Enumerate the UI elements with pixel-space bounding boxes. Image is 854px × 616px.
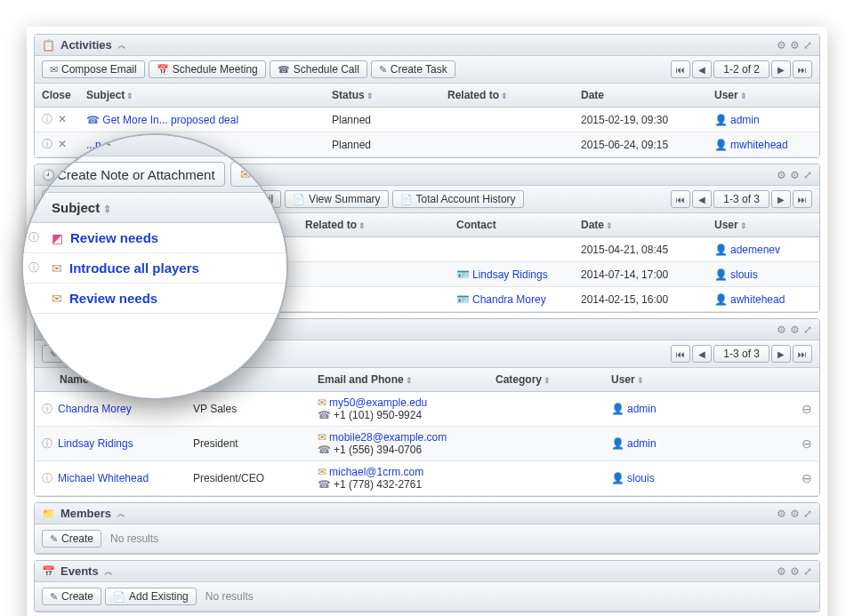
pager-prev-button[interactable]: ◀ <box>692 60 712 78</box>
col-date[interactable]: Date <box>581 89 714 101</box>
col-close[interactable]: Close <box>42 89 86 101</box>
gear-icon[interactable]: ⚙ <box>777 324 786 336</box>
info-icon[interactable]: ⓘ <box>42 113 52 125</box>
user-link[interactable]: slouis <box>627 472 655 484</box>
expand-icon[interactable]: ⤢ <box>803 565 812 578</box>
expand-icon[interactable]: ⤢ <box>803 324 812 336</box>
folder-icon: 📁 <box>42 508 55 520</box>
contacts-pager: ⏮ ◀ 1-3 of 3 ▶ ⏭ <box>671 345 812 363</box>
close-icon[interactable]: ✕ <box>58 138 67 150</box>
col-related[interactable]: Related to⇕ <box>305 219 456 231</box>
pager-last-button[interactable]: ⏭ <box>793 345 812 363</box>
status-cell: Planned <box>332 139 447 151</box>
name-link[interactable]: Michael Whitehead <box>58 472 149 484</box>
table-row: ⓘMichael Whitehead President/CEO ✉michae… <box>35 461 819 496</box>
user-link[interactable]: admin <box>730 114 760 126</box>
gear-icon[interactable]: ⚙ <box>777 169 786 181</box>
create-task-button[interactable]: ✎Create Task <box>371 60 455 78</box>
col-date[interactable]: Date⇕ <box>581 219 714 231</box>
expand-icon[interactable]: ⤢ <box>803 508 812 520</box>
gears-icon[interactable]: ⚙ <box>790 324 800 336</box>
schedule-call-button[interactable]: ☎Schedule Call <box>270 60 367 78</box>
gear-icon[interactable]: ⚙ <box>777 565 786 578</box>
pager-range: 1-3 of 3 <box>713 190 769 208</box>
user-link[interactable]: slouis <box>730 268 758 281</box>
user-link[interactable]: mwhitehead <box>730 139 788 151</box>
email-link[interactable]: mobile28@example.com <box>329 431 447 444</box>
col-status[interactable]: Status⇕ <box>332 89 447 101</box>
name-link[interactable]: Chandra Morey <box>58 403 132 415</box>
pager-last-button[interactable]: ⏭ <box>793 190 812 208</box>
collapse-icon[interactable]: ︽ <box>117 508 125 520</box>
pager-next-button[interactable]: ▶ <box>771 190 791 208</box>
collapse-icon[interactable]: ︽ <box>117 39 126 52</box>
lens-subject-link[interactable]: Introduce all players <box>69 260 199 276</box>
user-icon: 👤 <box>714 139 728 151</box>
col-related[interactable]: Related to⇕ <box>447 89 581 101</box>
user-link[interactable]: admin <box>627 403 657 415</box>
info-icon[interactable]: ⓘ <box>28 260 39 276</box>
add-existing-button[interactable]: 📄Add Existing <box>105 588 197 605</box>
pager-range: 1-3 of 3 <box>713 345 769 363</box>
info-icon[interactable]: ⓘ <box>42 472 52 484</box>
create-button[interactable]: ✎Create <box>42 588 101 605</box>
contact-icon: 🪪 <box>456 268 470 281</box>
email-link[interactable]: michael@1crm.com <box>329 466 423 478</box>
pager-next-button[interactable]: ▶ <box>771 60 791 78</box>
pager-prev-button[interactable]: ◀ <box>692 190 712 208</box>
gears-icon[interactable]: ⚙ <box>790 169 800 181</box>
pager-last-button[interactable]: ⏭ <box>793 60 812 78</box>
contact-link[interactable]: Lindsay Ridings <box>472 268 548 281</box>
title-cell: VP Sales <box>193 403 318 415</box>
contact-link[interactable]: Chandra Morey <box>472 293 546 306</box>
mail-icon: ✉ <box>318 466 326 478</box>
user-link[interactable]: awhitehead <box>730 293 785 306</box>
pager-first-button[interactable]: ⏮ <box>671 345 690 363</box>
doc-icon: 📄 <box>113 591 125 603</box>
col-email-phone[interactable]: Email and Phone⇕ <box>318 373 495 386</box>
user-link[interactable]: admin <box>627 437 657 450</box>
schedule-meeting-button[interactable]: 📅Schedule Meeting <box>149 60 266 78</box>
gears-icon[interactable]: ⚙ <box>790 39 800 52</box>
lens-subject-link[interactable]: Review needs <box>69 291 157 306</box>
info-icon[interactable]: ⓘ <box>42 403 52 415</box>
events-panel: 📅 Events ︽ ⚙⚙⤢ ✎Create 📄Add Existing No … <box>34 560 820 612</box>
remove-icon[interactable]: ⊖ <box>802 471 812 485</box>
lens-subject-link[interactable]: Review needs <box>70 230 158 245</box>
col-category[interactable]: Category⇕ <box>495 373 611 386</box>
remove-icon[interactable]: ⊖ <box>802 436 812 451</box>
col-user[interactable]: User⇕ <box>714 89 812 101</box>
user-link[interactable]: ademenev <box>730 244 780 256</box>
col-contact[interactable]: Contact <box>456 219 581 231</box>
activities-pager: ⏮ ◀ 1-2 of 2 ▶ ⏭ <box>671 60 812 78</box>
info-icon[interactable]: ⓘ <box>42 138 52 150</box>
info-icon[interactable]: ⓘ <box>28 230 39 245</box>
lens-subject-header[interactable]: Subject ⇕ <box>21 193 288 223</box>
total-history-button[interactable]: 📄Total Account History <box>392 190 524 208</box>
user-icon: 👤 <box>611 472 624 484</box>
calendar-icon: 📅 <box>42 565 55 578</box>
col-user[interactable]: User⇕ <box>714 219 812 231</box>
pager-first-button[interactable]: ⏮ <box>671 60 690 78</box>
close-icon[interactable]: ✕ <box>58 113 67 125</box>
create-button[interactable]: ✎Create <box>42 530 101 548</box>
expand-icon[interactable]: ⤢ <box>803 169 812 181</box>
email-link[interactable]: my50@example.edu <box>329 396 427 409</box>
info-icon[interactable]: ⓘ <box>42 437 52 450</box>
gears-icon[interactable]: ⚙ <box>790 508 800 520</box>
col-subject[interactable]: Subject⇕ <box>86 89 332 101</box>
pager-prev-button[interactable]: ◀ <box>692 345 712 363</box>
expand-icon[interactable]: ⤢ <box>803 39 812 52</box>
pager-next-button[interactable]: ▶ <box>771 345 791 363</box>
gears-icon[interactable]: ⚙ <box>790 565 800 578</box>
col-user[interactable]: User⇕ <box>611 373 786 386</box>
name-link[interactable]: Lindsay Ridings <box>58 437 133 450</box>
gear-icon[interactable]: ⚙ <box>777 508 786 520</box>
remove-icon[interactable]: ⊖ <box>802 402 812 416</box>
view-summary-button[interactable]: 📄View Summary <box>285 190 388 208</box>
compose-email-button[interactable]: ✉Compose Email <box>42 60 145 78</box>
collapse-icon[interactable]: ︽ <box>104 565 113 578</box>
subject-link[interactable]: Get More In... proposed deal <box>102 114 238 126</box>
gear-icon[interactable]: ⚙ <box>777 39 786 52</box>
pager-first-button[interactable]: ⏮ <box>671 190 690 208</box>
